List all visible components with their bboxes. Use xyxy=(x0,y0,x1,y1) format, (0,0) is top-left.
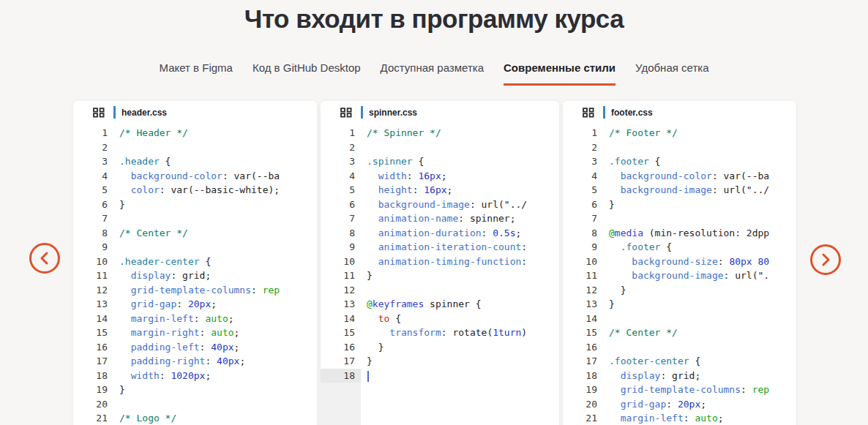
line-number: 9 xyxy=(321,240,361,255)
code-line xyxy=(609,340,796,355)
line-number: 4 xyxy=(563,169,603,184)
line-number: 10 xyxy=(563,255,603,269)
editor-code-area[interactable]: 123456789101112131415161718192021/* Head… xyxy=(73,124,317,425)
line-number: 15 xyxy=(563,326,603,340)
line-number: 8 xyxy=(563,226,603,241)
code-line: /* Center */ xyxy=(609,326,796,340)
code-panel-header-css: header.css 12345678910111213141516171819… xyxy=(73,101,317,425)
code-content[interactable]: /* Spinner */.spinner { width: 16px; hei… xyxy=(361,124,559,425)
line-number: 15 xyxy=(73,326,113,340)
code-line xyxy=(609,140,796,155)
line-number: 17 xyxy=(73,354,113,369)
code-line: animation-iteration-count: xyxy=(367,240,559,255)
line-number: 20 xyxy=(563,397,603,412)
line-number: 13 xyxy=(563,297,603,312)
line-number: 8 xyxy=(321,226,361,241)
editor-tabbar: spinner.css xyxy=(321,101,559,124)
line-number: 4 xyxy=(73,169,113,184)
editor-code-area[interactable]: 123456789101112131415161718192021/* Foot… xyxy=(563,124,796,425)
line-number: 5 xyxy=(563,183,603,198)
line-number: 6 xyxy=(73,198,113,212)
code-line: to { xyxy=(367,312,559,326)
line-number: 18 xyxy=(563,369,603,383)
code-line: background-image: url(". xyxy=(609,268,796,283)
code-line: .footer-center { xyxy=(609,354,796,369)
line-number: 6 xyxy=(321,198,361,212)
code-line: animation-name: spinner; xyxy=(367,211,559,226)
code-line: background-image: url("../ xyxy=(367,198,559,212)
line-number: 7 xyxy=(321,211,361,226)
course-tabs: Макет в FigmaКод в GitHub DesktopДоступн… xyxy=(0,61,868,86)
text-cursor xyxy=(367,371,369,382)
code-line xyxy=(119,211,317,226)
active-tab-indicator xyxy=(113,106,116,119)
line-number: 19 xyxy=(73,383,113,397)
code-line: padding-left: 40px; xyxy=(119,340,317,355)
editor-tabbar: header.css xyxy=(73,101,317,124)
line-number: 9 xyxy=(73,240,113,255)
code-line: grid-template-columns: rep xyxy=(119,283,317,298)
grid-icon xyxy=(583,108,594,118)
code-line: } xyxy=(609,297,796,312)
carousel-prev-button[interactable] xyxy=(29,243,60,274)
line-number: 6 xyxy=(563,198,603,212)
code-line: animation-timing-function: xyxy=(367,255,559,269)
chevron-right-icon xyxy=(820,253,831,266)
line-number: 12 xyxy=(73,283,113,298)
tab-1[interactable]: Код в GitHub Desktop xyxy=(252,61,361,86)
line-number: 10 xyxy=(73,255,113,269)
tab-4[interactable]: Удобная сетка xyxy=(635,61,708,86)
line-number: 16 xyxy=(321,340,361,355)
code-line: animation-duration: 0.5s; xyxy=(367,226,559,241)
code-line: /* Center */ xyxy=(119,226,317,241)
line-number: 17 xyxy=(321,354,361,369)
code-line: .footer { xyxy=(609,240,796,255)
code-line: grid-gap: 20px; xyxy=(609,397,796,412)
line-number: 14 xyxy=(73,312,113,326)
line-number: 5 xyxy=(73,183,113,198)
editor-code-area[interactable]: 123456789101112131415161718/* Spinner */… xyxy=(321,124,559,425)
code-line: } xyxy=(367,340,559,355)
line-number: 19 xyxy=(563,383,603,397)
code-line: display: grid; xyxy=(119,268,317,283)
code-line: background-size: 80px 80 xyxy=(609,255,796,269)
code-line xyxy=(367,283,559,298)
code-line: } xyxy=(119,383,317,397)
grid-icon xyxy=(93,108,105,118)
line-number: 1 xyxy=(563,126,603,140)
line-number: 7 xyxy=(73,211,113,226)
code-line: color: var(--basic-white); xyxy=(119,183,317,198)
code-line xyxy=(119,140,317,155)
line-number-gutter: 123456789101112131415161718192021 xyxy=(73,124,113,425)
line-number: 12 xyxy=(321,283,361,298)
line-number: 11 xyxy=(563,268,603,283)
code-line xyxy=(367,140,559,155)
editor-tab-filename[interactable]: spinner.css xyxy=(369,108,417,118)
line-number: 8 xyxy=(73,226,113,241)
tab-2[interactable]: Доступная разметка xyxy=(381,61,484,86)
editor-tab-filename[interactable]: header.css xyxy=(121,108,167,118)
line-number-gutter: 123456789101112131415161718192021 xyxy=(563,124,603,425)
code-line: transform: rotate(1turn) xyxy=(367,326,559,340)
carousel-next-button[interactable] xyxy=(810,244,841,275)
tab-0[interactable]: Макет в Figma xyxy=(159,61,232,86)
code-line: margin-right: auto; xyxy=(119,326,317,340)
line-number: 3 xyxy=(563,154,603,169)
code-line xyxy=(119,397,317,412)
code-line: .header { xyxy=(119,154,317,169)
editor-tab-filename[interactable]: footer.css xyxy=(611,108,653,118)
line-number: 1 xyxy=(321,126,361,140)
code-panel-spinner-css: spinner.css 123456789101112131415161718/… xyxy=(321,101,559,425)
line-number: 11 xyxy=(73,268,113,283)
line-number: 3 xyxy=(321,154,361,169)
line-number: 16 xyxy=(73,340,113,355)
tab-3[interactable]: Современные стили xyxy=(504,61,616,86)
editor-tabbar: footer.css xyxy=(563,101,796,124)
code-content[interactable]: /* Footer */.footer { background-color: … xyxy=(603,124,796,425)
code-line xyxy=(367,369,559,383)
line-number: 7 xyxy=(563,211,603,226)
code-line: padding-right: 40px; xyxy=(119,354,317,369)
code-content[interactable]: /* Header */.header { background-color: … xyxy=(113,124,317,425)
line-number: 18 xyxy=(321,369,361,383)
code-line: } xyxy=(609,198,796,212)
